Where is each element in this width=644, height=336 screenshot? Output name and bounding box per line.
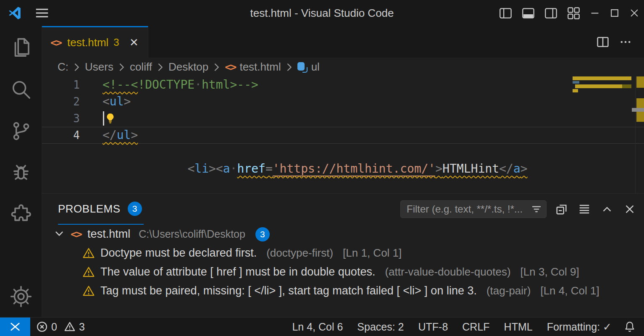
warning-icon	[82, 247, 95, 260]
extensions-button[interactable]	[0, 193, 42, 235]
code-line-1[interactable]: 1 <!--<!DOCTYPE·html>-->	[42, 76, 644, 93]
collapse-all-button[interactable]	[554, 202, 569, 217]
line-number: 4	[42, 129, 103, 142]
maximize-icon	[608, 7, 621, 19]
code-editor[interactable]: 1 <!--<!DOCTYPE·html>--> 2 <ul> 3 <li><a…	[42, 76, 644, 193]
more-actions-icon[interactable]	[619, 35, 632, 49]
indentation-status[interactable]: Spaces: 2	[350, 318, 411, 336]
minimap-mark	[575, 84, 622, 88]
chevron-right-icon	[213, 63, 220, 72]
problems-panel: PROBLEMS 3	[42, 193, 644, 317]
minimap[interactable]	[573, 76, 631, 193]
code-token: ·	[195, 78, 202, 92]
chevron-right-icon	[286, 63, 292, 72]
breadcrumb-item-file[interactable]: <>test.html	[225, 60, 281, 74]
toggle-panel-button[interactable]	[517, 0, 539, 26]
cursor-position-status[interactable]: Ln 4, Col 6	[285, 318, 350, 336]
overview-ruler	[635, 76, 644, 193]
problem-row[interactable]: The value of attribute [ href ] must be …	[42, 262, 644, 281]
chevron-right-icon	[157, 63, 163, 72]
close-panel-button[interactable]	[622, 202, 637, 217]
problems-tab-label: PROBLEMS	[58, 202, 121, 215]
minimize-icon	[589, 7, 601, 19]
breadcrumb-item-symbol-ul[interactable]: ul	[297, 60, 320, 74]
tab-test-html[interactable]: <> test.html 3 ✕	[42, 26, 148, 58]
filter-icon	[531, 204, 541, 214]
warning-count: 3	[79, 321, 85, 333]
line-number: 2	[42, 95, 103, 108]
text-cursor	[103, 111, 104, 126]
problem-row[interactable]: Tag must be paired, missing: [ </li> ], …	[42, 281, 644, 300]
editor-actions	[596, 26, 644, 58]
problems-file-row[interactable]: <> test.html C:\Users\coliff\Desktop 3	[42, 225, 644, 244]
problems-file-name: test.html	[87, 228, 130, 241]
remote-indicator-button[interactable]	[0, 318, 30, 336]
overview-ruler-slider[interactable]	[632, 108, 644, 112]
code-token: <!--<	[103, 78, 138, 92]
warning-icon	[82, 285, 95, 297]
lightbulb-icon[interactable]	[105, 113, 116, 124]
notifications-bell-button[interactable]	[619, 318, 644, 336]
code-line-4-current[interactable]: 4 </ul>	[42, 127, 644, 144]
code-line-3[interactable]: 3 <li><a·href='https://htmlhint.com/'>HT…	[42, 110, 644, 127]
layout-grid-icon	[567, 6, 581, 20]
source-control-button[interactable]	[0, 110, 42, 152]
vscode-window: test.html - Visual Studio Code	[0, 0, 644, 336]
code-token: <	[187, 162, 195, 176]
explorer-button[interactable]	[0, 27, 42, 68]
language-mode-status[interactable]: HTML	[497, 318, 540, 336]
split-editor-icon[interactable]	[596, 35, 610, 49]
search-icon	[10, 78, 32, 101]
code-line-2[interactable]: 2 <ul>	[42, 93, 644, 110]
encoding-status[interactable]: UTF-8	[411, 318, 455, 336]
toggle-primary-sidebar-button[interactable]	[494, 0, 517, 26]
customize-layout-button[interactable]	[562, 0, 585, 26]
problems-count-badge: 3	[128, 202, 142, 216]
breadcrumb-item-coliff[interactable]: coliff	[130, 60, 152, 74]
problems-tab[interactable]: PROBLEMS 3	[58, 194, 144, 225]
warning-icon	[64, 321, 76, 333]
breadcrumb-item-users[interactable]: Users	[85, 60, 113, 74]
breadcrumb-item-drive[interactable]: C:	[58, 60, 68, 74]
breadcrumb: C: Users coliff Desktop <>test.html ul	[42, 58, 644, 76]
code-token: ul	[110, 94, 124, 108]
menu-icon[interactable]	[33, 4, 51, 22]
maximize-button[interactable]	[605, 0, 624, 26]
tab-label: test.html	[67, 36, 108, 49]
minimap-mark	[573, 76, 631, 80]
search-button[interactable]	[0, 68, 42, 110]
code-token: a	[513, 162, 520, 176]
maximize-panel-button[interactable]	[599, 202, 615, 217]
titlebar-actions	[494, 0, 644, 26]
window-title: test.html - Visual Studio Code	[250, 0, 394, 26]
problem-row[interactable]: Doctype must be declared first. (doctype…	[42, 244, 644, 262]
file-problems-badge: 3	[255, 227, 270, 242]
close-window-button[interactable]	[624, 0, 644, 26]
git-branch-icon	[10, 120, 32, 142]
status-bar: 0 3 Ln 4, Col 6 Spaces: 2 UTF-8 CRLF HTM…	[0, 317, 644, 336]
code-token: 'https://htmlhint.com/'	[273, 162, 436, 176]
code-token: a	[223, 162, 230, 176]
bug-icon	[10, 161, 32, 184]
minimap-mark	[573, 89, 578, 92]
problem-location: [Ln 1, Col 1]	[343, 247, 402, 260]
errors-warnings-button[interactable]: 0 3	[30, 318, 91, 336]
chevron-right-icon	[74, 63, 80, 72]
close-icon	[628, 7, 641, 19]
tab-close-button[interactable]: ✕	[127, 35, 141, 50]
minimize-button[interactable]	[585, 0, 605, 26]
settings-button[interactable]	[0, 276, 42, 317]
run-debug-button[interactable]	[0, 152, 42, 193]
problems-filter-input[interactable]	[400, 200, 547, 218]
eol-status[interactable]: CRLF	[455, 318, 497, 336]
code-token: href	[237, 162, 265, 176]
toggle-secondary-sidebar-button[interactable]	[539, 0, 562, 26]
code-token: ul	[117, 128, 131, 142]
formatting-status[interactable]: Formatting: ✓	[540, 318, 619, 336]
bell-icon	[624, 321, 636, 333]
breadcrumb-item-desktop[interactable]: Desktop	[168, 60, 208, 74]
view-as-table-button[interactable]	[577, 202, 592, 217]
problem-message: The value of attribute [ href ] must be …	[100, 265, 375, 278]
code-token: html>-->	[202, 78, 258, 92]
code-token: HTMLHint	[442, 162, 499, 176]
